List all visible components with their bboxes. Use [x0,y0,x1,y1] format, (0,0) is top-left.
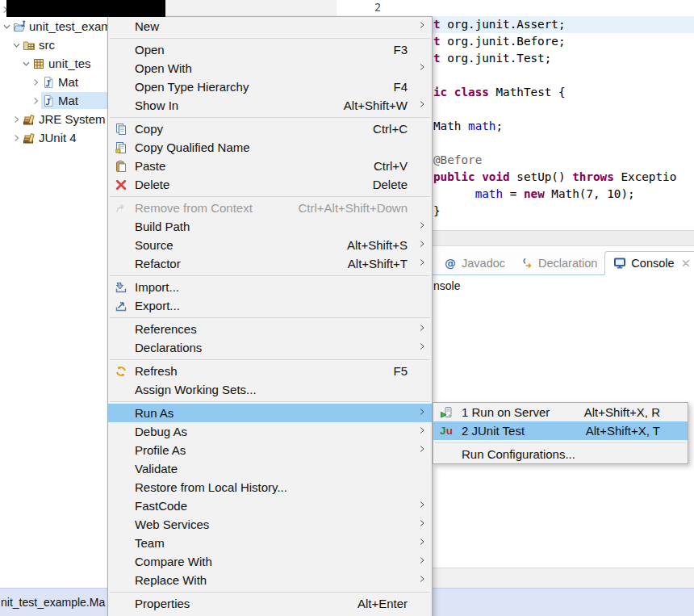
menu-item-new[interactable]: New [108,17,432,36]
explorer-toolbar-strip [165,0,337,17]
menu-item-open[interactable]: OpenF3 [108,40,432,59]
status-bar-text: nit_test_example.Ma [1,596,105,609]
menu-item-label: Debug As [135,425,408,438]
menu-item-refresh[interactable]: RefreshF5 [108,362,432,380]
submenu-item-label: 2 JUnit Test [462,424,586,438]
collapsed-chevron-icon[interactable] [31,94,41,107]
menu-item-profile-as[interactable]: Profile As [108,441,432,459]
menu-item-compare-with[interactable]: Compare With [108,552,432,571]
menu-item-replace-with[interactable]: Replace With [108,571,432,589]
submenu-arrow-icon [417,98,428,113]
tab-console[interactable]: Console [604,251,694,275]
menu-item-assign-working-sets[interactable]: Assign Working Sets... [108,380,432,399]
code-token [475,170,483,183]
menu-item-delete[interactable]: DeleteDelete [108,175,432,194]
expanded-chevron-icon[interactable] [21,57,31,70]
menu-item-label: Refresh [135,364,393,378]
java-file-icon [41,76,56,89]
menu-item-label: FastCode [135,499,408,513]
collapsed-chevron-icon[interactable] [11,113,22,126]
menu-separator [110,275,430,276]
expanded-chevron-icon[interactable] [2,20,12,33]
menu-item-accelerator: Ctrl+C [373,122,416,136]
editor-code-area[interactable]: t org.junit.Assert;t org.junit.Before;t … [433,16,694,220]
menu-item-label: Delete [135,178,373,191]
menu-item-copy[interactable]: CopyCtrl+C [108,119,432,138]
menu-item-properties[interactable]: PropertiesAlt+Enter [108,594,432,613]
collapsed-chevron-icon[interactable] [11,132,22,145]
code-token: org.junit.Assert; [441,18,566,31]
menu-item-accelerator: Ctrl+Alt+Shift+Down [299,201,416,215]
collapsed-chevron-icon[interactable] [31,76,41,89]
tab-declaration[interactable]: Declaration [512,252,604,274]
menu-item-label: Web Services [135,518,408,531]
menu-item-accelerator: Alt+Shift+W [344,98,416,112]
menu-item-fastcode[interactable]: FastCode [108,497,432,515]
submenu-item-label: Run Configurations... [462,447,660,461]
menu-item-paste[interactable]: PasteCtrl+V [108,157,432,175]
menu-item-label: Paste [135,159,374,173]
menu-item-label: Source [135,238,347,252]
expanded-chevron-icon[interactable] [11,39,22,52]
menu-item-label: References [135,322,408,336]
menu-item-open-type-hierarchy[interactable]: Open Type HierarchyF4 [108,78,432,96]
menu-item-declarations[interactable]: Declarations [108,338,432,357]
code-token: = [503,187,524,200]
source-folder-icon [22,39,36,52]
code-token: throws [572,170,614,183]
menu-item-label: Show In [135,98,344,112]
code-token: @Before [433,153,482,166]
editor-ruler-number: 2 [374,1,381,14]
menu-item-label: Restore from Local History... [135,480,408,494]
submenu-item-1-run-on-server[interactable]: 1 Run on ServerAlt+Shift+X, R [433,403,688,421]
menu-item-label: Run As [135,406,408,420]
code-token: } [433,204,441,217]
menu-item-validate[interactable]: Validate [108,459,432,478]
menu-separator [110,401,430,402]
menu-item-copy-qualified-name[interactable]: Copy Qualified Name [108,138,432,157]
code-token: t [433,18,441,31]
code-token: org.junit.Before; [441,35,566,48]
menu-item-restore-from-local-history[interactable]: Restore from Local History... [108,478,432,497]
submenu-arrow-icon [417,61,428,76]
menu-separator [110,38,430,39]
library-icon [22,113,36,126]
close-icon[interactable] [679,257,693,270]
code-line: Math math; [433,118,694,135]
tree-item-label: JRE System [36,112,106,126]
copy-qualified-icon [114,141,128,154]
submenu-arrow-icon [417,256,428,271]
menu-item-remove-from-context[interactable]: Remove from ContextCtrl+Alt+Shift+Down [108,199,432,217]
menu-item-debug-as[interactable]: Debug As [108,422,432,441]
tab-javadoc[interactable]: @Javadoc [436,252,512,274]
submenu-arrow-icon [417,340,428,355]
menu-item-show-in[interactable]: Show InAlt+Shift+W [108,96,432,115]
code-line: ic class MathTest { [433,84,694,101]
submenu-item-run-configurations[interactable]: Run Configurations... [433,445,688,463]
menu-item-open-with[interactable]: Open With [108,59,432,78]
menu-item-refactor[interactable]: RefactorAlt+Shift+T [108,254,432,273]
code-token: t [433,52,441,65]
menu-item-export[interactable]: Export... [108,296,432,315]
submenu-item-2-junit-test[interactable]: Ju2 JUnit TestAlt+Shift+X, T [433,421,688,440]
java-project-icon [12,20,27,33]
menu-item-label: Refactor [135,257,348,270]
code-token: Math(7, 10); [545,187,635,200]
menu-item-references[interactable]: References [108,320,432,338]
menu-item-team[interactable]: Team [108,534,432,552]
tree-item-label: JUnit 4 [36,131,77,145]
java-file-icon [41,94,56,107]
menu-item-label: Compare With [135,555,408,568]
menu-item-label: Export... [135,299,408,312]
menu-item-web-services[interactable]: Web Services [108,515,432,534]
code-line: } [433,203,694,220]
menu-item-import[interactable]: Import... [108,278,432,296]
code-token: void [482,170,509,183]
menu-item-label: Copy Qualified Name [135,140,408,154]
menu-item-build-path[interactable]: Build Path [108,217,432,236]
code-token [433,187,475,200]
submenu-arrow-icon [417,219,428,234]
menu-item-run-as[interactable]: Run As [108,404,432,422]
code-line: t org.junit.Test; [433,50,694,67]
menu-item-source[interactable]: SourceAlt+Shift+S [108,236,432,254]
